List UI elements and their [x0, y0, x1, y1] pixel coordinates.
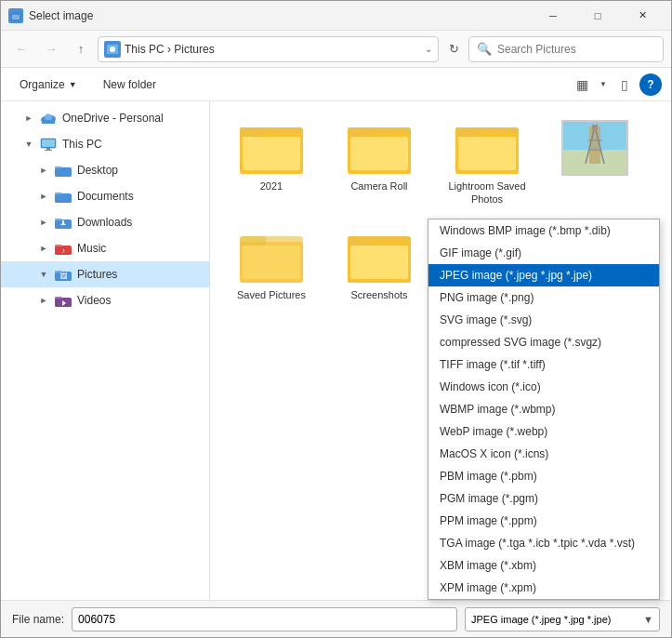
svg-rect-51: [589, 126, 600, 164]
folder-thumbnail: [346, 120, 413, 176]
svg-point-7: [45, 114, 52, 121]
folder-thumbnail: [238, 229, 305, 285]
large-icons-button[interactable]: ▦: [569, 72, 595, 98]
dropdown-option-gif[interactable]: GIF image (*.gif): [428, 242, 659, 264]
folder-blue-icon: [55, 190, 72, 203]
svg-rect-43: [350, 137, 408, 170]
refresh-button[interactable]: ↻: [442, 38, 465, 60]
sidebar-item-documents[interactable]: ► Documents: [1, 183, 209, 209]
dropdown-option-jpeg[interactable]: JPEG image (*.jpeg *.jpg *.jpe): [428, 264, 659, 286]
sidebar-item-thispc[interactable]: ▼ This PC: [1, 131, 209, 157]
sidebar-item-label: Desktop: [77, 164, 118, 177]
svg-rect-56: [592, 125, 598, 130]
cloud-icon: [40, 112, 57, 125]
svg-rect-23: [62, 220, 64, 224]
new-folder-button[interactable]: New folder: [94, 72, 165, 98]
folder-blue-icon: [55, 164, 72, 177]
expand-arrow-icon: ►: [23, 113, 34, 124]
filename-label: File name:: [12, 613, 64, 626]
folder-icon: [454, 120, 520, 176]
expand-arrow-icon: ►: [38, 191, 49, 202]
list-item[interactable]: Saved Pictures: [225, 225, 318, 316]
sidebar-item-label: This PC: [62, 138, 102, 151]
close-button[interactable]: ✕: [621, 1, 664, 31]
search-icon: 🔍: [477, 42, 492, 56]
dropdown-option-pgm[interactable]: PGM image (*.pgm): [428, 487, 659, 510]
svg-rect-11: [46, 148, 50, 150]
dropdown-option-svg[interactable]: SVG image (*.svg): [428, 309, 659, 331]
search-input[interactable]: [497, 43, 655, 56]
sidebar-item-pictures[interactable]: ▼ 🖼 Pictures: [1, 261, 209, 287]
window-icon: [8, 8, 23, 23]
sidebar-item-onedrive[interactable]: ► OneDrive - Personal: [1, 105, 209, 131]
svg-text:♪: ♪: [61, 246, 65, 255]
folder-icon: [238, 229, 305, 285]
forward-button[interactable]: →: [38, 36, 64, 62]
organize-chevron-icon: ▼: [69, 80, 77, 89]
dropdown-option-xpm[interactable]: XPM image (*.xpm): [428, 577, 659, 599]
expand-arrow-icon: ►: [38, 165, 49, 176]
nav-bar: ← → ↑ This PC › Pictures ⌄ ↻ 🔍: [1, 31, 671, 68]
organize-button[interactable]: Organize ▼: [10, 72, 86, 98]
sidebar-item-music[interactable]: ► ♪ Music: [1, 235, 209, 261]
dropdown-option-pbm[interactable]: PBM image (*.pbm): [428, 465, 659, 487]
list-item[interactable]: Lightroom Saved Photos: [441, 116, 534, 210]
list-item[interactable]: Screenshots: [333, 225, 426, 316]
expand-arrow-icon: ►: [38, 243, 49, 254]
title-bar: Select image ─ □ ✕: [1, 1, 671, 31]
dropdown-option-icns[interactable]: MacOS X icon (*.icns): [428, 443, 659, 465]
help-button[interactable]: ?: [639, 73, 662, 96]
sidebar-item-label: Videos: [77, 294, 111, 307]
folder-thumbnail: [346, 229, 413, 285]
folder-videos-icon: [55, 294, 72, 307]
sidebar-item-downloads[interactable]: ► Downloads: [1, 209, 209, 235]
folder-icon: [346, 120, 413, 176]
svg-rect-39: [243, 137, 300, 170]
maximize-button[interactable]: □: [576, 1, 619, 31]
file-item-label: Camera Roll: [350, 179, 407, 193]
minimize-button[interactable]: ─: [532, 1, 574, 31]
sidebar-item-label: Music: [77, 242, 106, 255]
dropdown-option-tga[interactable]: TGA image (*.tga *.icb *.tpic *.vda *.vs…: [428, 532, 659, 554]
sidebar-item-desktop[interactable]: ► Desktop: [1, 157, 209, 183]
file-item-label: Saved Pictures: [237, 288, 306, 301]
view-controls: ▦ ▼ ▯ ?: [569, 72, 662, 98]
sidebar-item-label: OneDrive - Personal: [62, 112, 164, 125]
image-preview-thumbnail: [561, 120, 628, 176]
dropdown-option-png[interactable]: PNG image (*.png): [428, 286, 659, 309]
file-item-label: Lightroom Saved Photos: [444, 179, 530, 206]
pc-icon: [40, 138, 57, 151]
dropdown-option-xbm[interactable]: XBM image (*.xbm): [428, 554, 659, 577]
dropdown-option-ico[interactable]: Windows icon (*.ico): [428, 376, 659, 398]
expand-arrow-icon: ►: [38, 295, 49, 306]
window-title: Select image: [29, 9, 532, 22]
address-bar[interactable]: This PC › Pictures ⌄: [98, 36, 439, 62]
dropdown-option-bmp[interactable]: Windows BMP image (*.bmp *.dib): [428, 219, 659, 242]
svg-rect-15: [55, 168, 72, 177]
svg-rect-8: [42, 120, 55, 124]
filetype-dropdown[interactable]: JPEG image (*.jpeg *.jpg *.jpe) ▼: [465, 607, 660, 631]
svg-rect-10: [42, 140, 55, 147]
view-dropdown-arrow[interactable]: ▼: [597, 72, 610, 98]
dropdown-option-wbmp[interactable]: WBMP image (*.wbmp): [428, 398, 659, 420]
list-item[interactable]: 2021: [225, 116, 318, 210]
up-button[interactable]: ↑: [68, 36, 94, 62]
dropdown-option-ppm[interactable]: PPM image (*.ppm): [428, 510, 659, 532]
dropdown-option-tiff[interactable]: TIFF image (*.tif *.tiff): [428, 353, 659, 376]
list-item[interactable]: [548, 116, 641, 210]
folder-music-icon: ♪: [55, 242, 72, 255]
filename-input[interactable]: [72, 607, 457, 631]
file-item-label: 2021: [260, 179, 283, 193]
svg-rect-12: [45, 150, 52, 151]
svg-rect-46: [455, 127, 481, 137]
list-item[interactable]: Camera Roll: [333, 116, 426, 210]
folder-thumbnail: [454, 120, 520, 176]
dropdown-option-webp[interactable]: WebP image (*.webp): [428, 420, 659, 443]
sidebar-item-videos[interactable]: ► Videos: [1, 287, 209, 313]
details-pane-button[interactable]: ▯: [612, 72, 638, 98]
select-image-window: Select image ─ □ ✕ ← → ↑ This PC › Pictu…: [0, 0, 672, 638]
folder-icon: [346, 229, 413, 285]
dropdown-option-svgz[interactable]: compressed SVG image (*.svgz): [428, 331, 659, 353]
address-icon: [104, 41, 121, 58]
back-button[interactable]: ←: [8, 36, 34, 62]
